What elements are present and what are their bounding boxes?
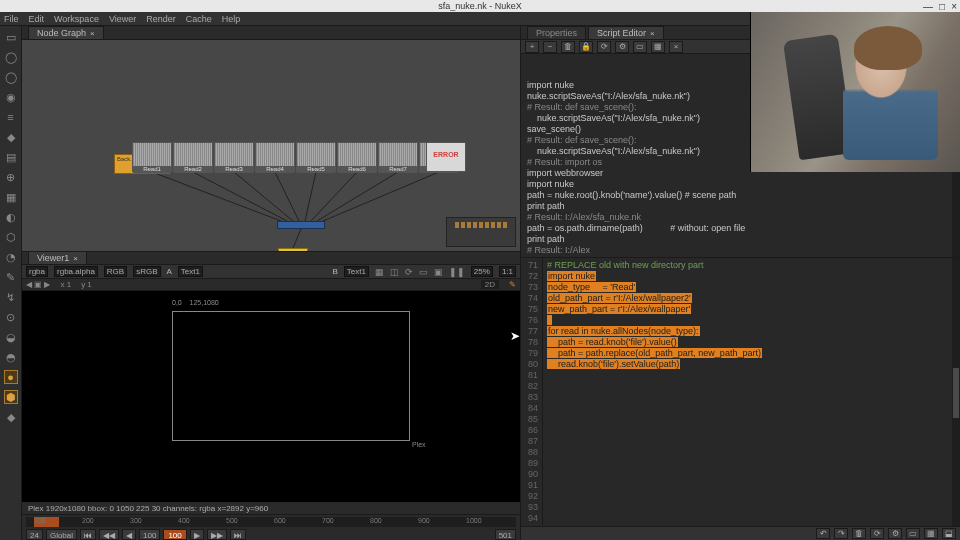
tool-icon[interactable]: ↯ [4, 290, 18, 304]
read-node[interactable]: Read6 [337, 142, 377, 172]
toolbar-icon[interactable]: ▭ [906, 528, 920, 539]
menu-workspace[interactable]: Workspace [54, 14, 99, 24]
tool-icon[interactable]: ◯ [4, 70, 18, 84]
read-node[interactable]: Read7 [378, 142, 418, 172]
node-graph[interactable]: Back... Read1Read2Read3Read4Read5Read6Re… [22, 40, 520, 251]
toolbar-icon[interactable]: ⬓ [942, 528, 956, 539]
toolbar-icon[interactable]: − [543, 41, 557, 53]
menu-cache[interactable]: Cache [186, 14, 212, 24]
colorspace-select[interactable]: RGB [104, 266, 127, 277]
play-fwd-btn[interactable]: ▶ [190, 529, 204, 540]
tool-icon[interactable]: ▤ [4, 150, 18, 164]
lut-select[interactable]: sRGB [133, 266, 160, 277]
tool-icon[interactable]: ◆ [4, 410, 18, 424]
prev-key-btn[interactable]: ◀◀ [99, 529, 119, 540]
last-frame-btn[interactable]: ⏭ [230, 529, 246, 540]
contact-sheet-node[interactable] [277, 221, 325, 229]
toolbar-icon[interactable]: ⚙ [888, 528, 902, 539]
alpha-select[interactable]: rgba.alpha [54, 266, 98, 277]
toolbar-icon[interactable]: 🔒 [579, 41, 593, 53]
menu-edit[interactable]: Edit [29, 14, 45, 24]
viewer-icon[interactable]: ◫ [390, 267, 399, 277]
channel-select[interactable]: rgba [26, 266, 48, 277]
toolbar-icon[interactable]: 🗑 [852, 528, 866, 539]
a-input[interactable]: Text1 [178, 266, 203, 277]
code-line [547, 425, 956, 436]
pause-icon[interactable]: ❚❚ [449, 267, 465, 277]
ratio-field[interactable]: 1:1 [499, 266, 516, 277]
tool-icon[interactable]: ◯ [4, 50, 18, 64]
read-node[interactable]: Read1 [132, 142, 172, 172]
viewport[interactable]: 0,0 125,1080 Plex ➤ [22, 291, 520, 502]
minimize-button[interactable]: — [923, 1, 933, 12]
toolbar-icon[interactable]: ▦ [651, 41, 665, 53]
b-input[interactable]: Text1 [344, 266, 369, 277]
write-node[interactable]: Write1 [278, 248, 308, 251]
toolbar-icon[interactable]: 🗑 [561, 41, 575, 53]
tool-icon[interactable]: ◒ [4, 330, 18, 344]
scrollbar[interactable] [952, 258, 960, 526]
menu-render[interactable]: Render [146, 14, 176, 24]
read-node[interactable]: Read4 [255, 142, 295, 172]
next-key-btn[interactable]: ▶▶ [207, 529, 227, 540]
tab-scripteditor[interactable]: Script Editor× [588, 26, 664, 39]
toolbar-icon[interactable]: ⚙ [615, 41, 629, 53]
in-frame[interactable]: 100 [139, 529, 160, 540]
toolbar-icon[interactable]: ⟳ [597, 41, 611, 53]
scope-field[interactable]: Global [46, 529, 77, 540]
read-node[interactable]: Read3 [214, 142, 254, 172]
timeline[interactable]: 1002003004005006007008009001000 24 Globa… [22, 514, 520, 540]
read-node[interactable]: Read2 [173, 142, 213, 172]
tab-properties[interactable]: Properties [527, 26, 586, 39]
tool-icon[interactable]: ◐ [4, 210, 18, 224]
script-editor[interactable]: 7172737475767778798081828384858687888990… [521, 258, 960, 526]
play-rev-btn[interactable]: ◀ [122, 529, 136, 540]
viewer-icon[interactable]: ⟳ [405, 267, 413, 277]
tool-icon[interactable]: ◔ [4, 250, 18, 264]
tool-icon[interactable]: ◆ [4, 130, 18, 144]
read-node-error[interactable]: ERROR [426, 142, 466, 172]
current-frame[interactable]: 100 [163, 529, 186, 540]
menu-help[interactable]: Help [222, 14, 241, 24]
code-area[interactable]: # REPLACE old with new directory partimp… [543, 258, 960, 526]
close-icon[interactable]: × [90, 29, 95, 38]
pencil-icon[interactable]: ✎ [509, 280, 516, 289]
tool-icon[interactable]: ● [4, 370, 18, 384]
read-node[interactable]: Read5 [296, 142, 336, 172]
tool-icon[interactable]: ⬡ [4, 230, 18, 244]
tool-icon[interactable]: ⊕ [4, 170, 18, 184]
toolbar-icon[interactable]: × [669, 41, 683, 53]
toolbar-icon[interactable]: + [525, 41, 539, 53]
tool-icon[interactable]: ▦ [4, 190, 18, 204]
tool-icon[interactable]: ⊙ [4, 310, 18, 324]
viewer-icon[interactable]: ▦ [375, 267, 384, 277]
tab-nodegraph[interactable]: Node Graph× [28, 26, 104, 39]
tool-icon[interactable]: ≡ [4, 110, 18, 124]
timeline-ruler[interactable]: 1002003004005006007008009001000 [26, 517, 516, 527]
tool-icon[interactable]: ⬢ [4, 390, 18, 404]
zoom-field[interactable]: 25% [471, 266, 493, 277]
viewer-icon[interactable]: ▣ [434, 267, 443, 277]
menu-file[interactable]: File [4, 14, 19, 24]
first-frame-btn[interactable]: ⏮ [80, 529, 96, 540]
close-button[interactable]: × [951, 1, 957, 12]
tab-viewer[interactable]: Viewer1× [28, 251, 87, 264]
close-icon[interactable]: × [73, 254, 78, 263]
toolbar-icon[interactable]: ↷ [834, 528, 848, 539]
toolbar-icon[interactable]: ⟳ [870, 528, 884, 539]
tool-icon[interactable]: ◓ [4, 350, 18, 364]
tool-icon[interactable]: ◉ [4, 90, 18, 104]
view-mode[interactable]: 2D [481, 280, 499, 289]
tool-icon[interactable]: ▭ [4, 30, 18, 44]
toolbar-icon[interactable]: ↶ [816, 528, 830, 539]
toolbar-icon[interactable]: ▭ [633, 41, 647, 53]
close-icon[interactable]: × [650, 29, 655, 38]
out-frame[interactable]: 501 [495, 529, 516, 540]
viewer-icon[interactable]: ▭ [419, 267, 428, 277]
maximize-button[interactable]: □ [939, 1, 945, 12]
fps-field[interactable]: 24 [26, 529, 43, 540]
toolbar-icon[interactable]: ▦ [924, 528, 938, 539]
tool-icon[interactable]: ✎ [4, 270, 18, 284]
menu-viewer[interactable]: Viewer [109, 14, 136, 24]
minimap[interactable] [446, 217, 516, 247]
